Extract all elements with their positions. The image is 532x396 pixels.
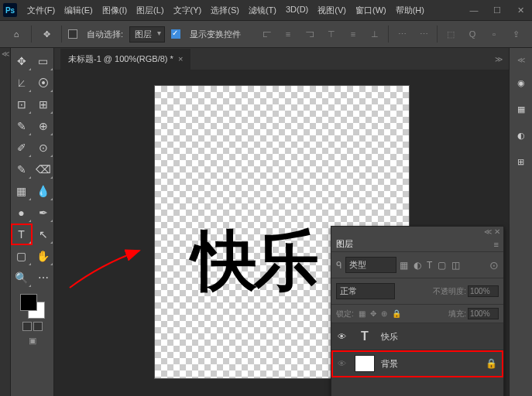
pen-tool[interactable]: ✒	[33, 203, 53, 223]
align-top-icon[interactable]: ⊤	[323, 26, 340, 43]
auto-select-label: 自动选择:	[87, 29, 123, 40]
layer-name[interactable]: 快乐	[381, 331, 398, 343]
clone-stamp-tool[interactable]: ⊙	[33, 138, 53, 158]
eyedropper-tool[interactable]: ✎	[12, 116, 32, 136]
panel-menu-icon[interactable]: ≡	[494, 240, 499, 249]
marquee-tool[interactable]: ▭	[33, 51, 53, 71]
blend-mode-select[interactable]: 正常	[336, 283, 395, 299]
opacity-label: 不透明度:	[433, 286, 466, 297]
lock-all-icon[interactable]: 🔒	[392, 309, 401, 318]
quick-mask-toggle[interactable]	[11, 322, 53, 331]
collapse-strip-icon[interactable]: ≪	[517, 56, 525, 64]
dodge-tool[interactable]: ●	[12, 203, 32, 223]
show-transform-checkbox[interactable]	[171, 29, 180, 39]
move-tool[interactable]: ✥	[12, 51, 32, 71]
menu-select[interactable]: 选择(S)	[207, 2, 243, 19]
menu-file[interactable]: 文件(F)	[23, 2, 59, 19]
collapse-right-icon[interactable]: ≫	[495, 55, 509, 63]
filter-pixel-icon[interactable]: ▦	[400, 260, 408, 271]
lock-icon[interactable]: 🔒	[486, 358, 497, 369]
search-icon[interactable]: Q	[464, 26, 481, 43]
auto-select-target[interactable]: 图层	[129, 26, 165, 43]
blur-tool[interactable]: 💧	[33, 181, 53, 201]
foreground-color[interactable]	[20, 294, 37, 311]
align-right-icon[interactable]: ⫎	[301, 26, 318, 43]
color-swatches[interactable]	[20, 294, 45, 319]
screen-mode-icon[interactable]: ▣	[11, 336, 53, 346]
menu-text[interactable]: 文字(Y)	[170, 2, 206, 19]
filter-shape-icon[interactable]: ▢	[438, 260, 446, 271]
edit-toolbar[interactable]: ⋯	[33, 268, 53, 288]
lock-nested-icon[interactable]: ⊕	[381, 309, 387, 318]
filter-adjust-icon[interactable]: ◐	[414, 260, 421, 271]
menu-window[interactable]: 窗口(W)	[352, 2, 390, 19]
window-controls: — ☐ ✕	[465, 3, 529, 17]
document-tab[interactable]: 未标题-1 @ 100%(RGB/8) * ×	[60, 49, 190, 70]
close-button[interactable]: ✕	[512, 3, 529, 17]
menu-image[interactable]: 图像(I)	[98, 2, 131, 19]
path-select-tool[interactable]: ↖	[33, 224, 53, 244]
auto-select-checkbox[interactable]	[68, 29, 77, 39]
hand-tool[interactable]: ✋	[33, 246, 53, 266]
lasso-tool[interactable]: ⟀	[12, 73, 32, 93]
styles-panel-icon[interactable]: ⊞	[513, 154, 529, 169]
adjustments-panel-icon[interactable]: ◐	[513, 128, 529, 143]
collapse-rail-icon[interactable]: ≪	[0, 48, 10, 60]
show-transform-label: 显示变换控件	[190, 29, 241, 40]
share-icon[interactable]: ⇪	[507, 26, 524, 43]
panel-collapse-icon[interactable]: ≪ ✕	[331, 227, 503, 237]
layer-item-background[interactable]: 👁 背景 🔒	[331, 350, 503, 377]
maximize-button[interactable]: ☐	[489, 3, 506, 17]
align-left-icon[interactable]: ⫍	[258, 26, 275, 43]
menu-view[interactable]: 视图(V)	[314, 2, 350, 19]
brush-tool[interactable]: ✐	[12, 138, 32, 158]
align-middle-icon[interactable]: ≡	[345, 26, 362, 43]
eraser-tool[interactable]: ⌫	[33, 159, 53, 179]
opacity-input[interactable]	[468, 285, 499, 297]
color-panel-icon[interactable]: ◉	[513, 75, 529, 90]
healing-tool[interactable]: ⊕	[33, 116, 53, 136]
type-tool[interactable]: T	[12, 224, 32, 244]
filter-text-icon[interactable]: T	[427, 260, 432, 271]
layers-panel: ≪ ✕ 图层 ≡ ᑫ 类型 ▦ ◐ T ▢ ◫ ⊙ 正常 不透明度: 锁定:	[331, 226, 504, 396]
crop-tool[interactable]: ⊡	[12, 94, 32, 114]
layer-item-text[interactable]: 👁 T 快乐	[331, 323, 503, 350]
swatches-panel-icon[interactable]: ▦	[513, 101, 529, 117]
menu-layer[interactable]: 图层(L)	[132, 2, 167, 19]
filter-toggle-icon[interactable]: ⊙	[489, 259, 499, 271]
menu-help[interactable]: 帮助(H)	[392, 2, 428, 19]
layer-name[interactable]: 背景	[381, 358, 398, 370]
filter-search-icon[interactable]: ᑫ	[336, 260, 342, 271]
fill-label: 填充:	[448, 309, 466, 319]
canvas-text-layer[interactable]: 快乐	[192, 217, 316, 306]
frame-tool[interactable]: ⊞	[33, 94, 53, 114]
more-options-icon[interactable]: ⋯	[415, 26, 432, 43]
gradient-tool[interactable]: ▦	[12, 181, 32, 201]
menu-edit[interactable]: 编辑(E)	[60, 2, 97, 19]
workspace: ≪ ✥ ▭ ⟀ ⦿ ⊡ ⊞ ✎ ⊕ ✐ ⊙ ✎ ⌫ ▦ 💧 ● ✒ T ↖ ▢ …	[0, 48, 532, 396]
shape-tool[interactable]: ▢	[12, 246, 32, 266]
visibility-toggle-icon[interactable]: 👁	[338, 332, 348, 341]
align-center-h-icon[interactable]: ≡	[280, 26, 297, 43]
lock-position-icon[interactable]: ✥	[370, 309, 376, 318]
menu-3d[interactable]: 3D(D)	[282, 2, 312, 19]
history-brush-tool[interactable]: ✎	[12, 159, 32, 179]
move-tool-icon[interactable]: ✥	[38, 26, 55, 43]
distribute-h-icon[interactable]: ⋯	[393, 26, 410, 43]
layer-list: 👁 T 快乐 👁 背景 🔒	[331, 323, 503, 396]
quick-select-tool[interactable]: ⦿	[33, 73, 53, 93]
home-icon[interactable]: ⌂	[8, 26, 25, 43]
minimize-button[interactable]: —	[465, 3, 482, 17]
align-bottom-icon[interactable]: ⊥	[366, 26, 383, 43]
3d-mode-icon[interactable]: ⬚	[442, 26, 459, 43]
filter-smart-icon[interactable]: ◫	[451, 260, 460, 271]
close-tab-icon[interactable]: ×	[178, 54, 183, 63]
fill-input[interactable]	[468, 308, 499, 319]
workspace-icon[interactable]: ▫	[486, 26, 503, 43]
visibility-toggle-icon[interactable]: 👁	[338, 359, 348, 368]
zoom-tool[interactable]: 🔍	[12, 268, 32, 288]
layers-panel-title: 图层	[336, 238, 353, 250]
lock-image-icon[interactable]: ▦	[359, 309, 366, 318]
menu-filter[interactable]: 滤镜(T)	[245, 2, 280, 19]
filter-type-select[interactable]: 类型	[345, 257, 396, 273]
